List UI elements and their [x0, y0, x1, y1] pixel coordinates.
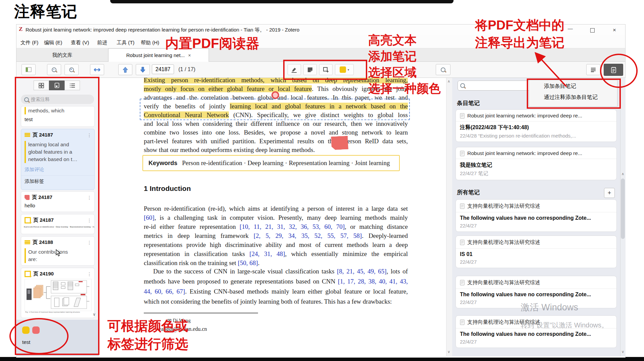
highlight-annotation[interactable]: mostly only focus on either global featu… — [144, 85, 312, 92]
menu-view[interactable]: 查看 (V) — [71, 40, 89, 46]
menu-help[interactable]: 帮助 (H) — [141, 40, 159, 46]
zoom-out-icon: − — [52, 67, 56, 72]
zoom-out-button[interactable]: − — [47, 64, 61, 75]
scroll-down-icon[interactable]: ∨ — [621, 350, 624, 354]
note-parent-title: Robust joint learning network: improved … — [467, 113, 582, 119]
note-card[interactable]: 支持向量机理论与算法研究综述 The following values have… — [456, 199, 617, 232]
windows-watermark: 激活 Windows — [521, 301, 578, 313]
note-meta: 22/4/27 — [456, 338, 616, 348]
note-doc-icon — [460, 151, 465, 156]
tab-my-library[interactable]: 我的文库 — [16, 48, 108, 62]
menu-tools[interactable]: 工具 (T) — [117, 40, 134, 46]
pdf-text-line: re-id either feature representation [10,… — [144, 222, 408, 231]
maximize-button[interactable] — [590, 28, 595, 33]
zotero-logo: Z — [19, 26, 23, 33]
pdf-text-line: Due to the success of CNN in large-scale… — [144, 266, 408, 276]
note-card[interactable]: Robust joint learning network: improved … — [456, 147, 617, 180]
close-button[interactable]: × — [613, 27, 616, 34]
section-heading: 1 Introduction — [144, 185, 191, 193]
pdf-text-line: [60], is a challenging task in computer … — [144, 213, 408, 222]
citation-link[interactable]: [60] — [144, 214, 155, 221]
citation-link[interactable]: 44, 60, 66, 67] — [144, 288, 185, 295]
scroll-up-icon[interactable]: ∧ — [621, 172, 624, 176]
note-doc-icon — [460, 240, 465, 245]
note-parent-title: 支持向量机理论与算法研究综述 — [467, 203, 540, 210]
fit-width-button[interactable] — [90, 64, 104, 75]
citation-link[interactable]: [50, 68] — [238, 259, 258, 266]
notes-panel: 添加条目笔记 通过注释添加条目笔记 条目笔记 Robust joint lear… — [452, 78, 626, 356]
tutorial-box-sidebar — [15, 77, 99, 355]
tab-reader-label: Robust joint learning net... — [126, 52, 185, 58]
sidebar-icon — [26, 67, 32, 72]
tutorial-arrow — [524, 47, 578, 91]
pdf-text-line: part-level features with unified partiti… — [144, 137, 408, 146]
note-doc-icon — [460, 203, 465, 209]
lines-icon — [591, 67, 596, 72]
scroll-up-icon[interactable]: ∧ — [447, 79, 450, 84]
pdf-paragraph: Due to the success of CNN in large-scale… — [144, 266, 408, 307]
arrow-up-icon — [123, 67, 128, 73]
pdf-page-view[interactable]: Existing person re-identification method… — [99, 78, 446, 356]
tutorial-label-builtin-reader: 内置PDF阅读器 — [165, 34, 259, 53]
citation-link[interactable]: [1, 17, 28, 38, 40, 41, 43, — [338, 278, 408, 285]
citation-link[interactable]: [24, 31, 48] — [250, 250, 285, 257]
menu-forward[interactable]: 前进 — [97, 40, 107, 46]
annotations-view-button[interactable] — [586, 64, 600, 75]
minimize-button[interactable]: — — [568, 25, 573, 31]
window-title: Robust joint learning network: improved … — [26, 27, 299, 33]
note-title: The following values have no correspondi… — [456, 289, 616, 298]
note-doc-icon — [460, 319, 465, 325]
page-title: 注释笔记 — [14, 1, 77, 22]
pdf-paragraph: Person re-identification (re-id), which … — [144, 204, 408, 267]
note-card[interactable]: 支持向量机理论与算法研究综述 The following values have… — [456, 315, 617, 348]
note-title: The following values have no correspondi… — [456, 212, 616, 222]
windows-watermark-line2: 转到“设置”以激活 Windows。 — [521, 321, 608, 330]
note-parent-title: 支持向量机理论与算法研究综述 — [467, 239, 540, 246]
citation-link[interactable]: [10, 11, 21, 31, 32, 36, 53, 60, 70] — [240, 223, 345, 230]
keywords-text: Person re-identification · Deep learning… — [182, 159, 390, 167]
pdf-scrollbar[interactable]: ∧ ∨ — [446, 78, 452, 356]
menu-edit[interactable]: 编辑 (E) — [44, 40, 62, 46]
keywords-box: Keywords Person re-identification · Deep… — [142, 155, 400, 171]
toggle-sidebar-button[interactable] — [22, 64, 36, 75]
note-title: IS 01 — [456, 249, 616, 258]
next-page-button[interactable] — [136, 64, 150, 75]
previous-page-button[interactable] — [118, 64, 132, 75]
tutorial-label-filter-line1: 可根据颜色或 — [108, 317, 188, 335]
add-note-button[interactable]: + — [604, 188, 615, 198]
citation-link[interactable]: [2, 5, 29, 34, 35, 52, 55, 57, 58] — [254, 232, 362, 239]
pdf-text-line: 44, 60, 66, 67]. Existing CNN-based meth… — [144, 287, 408, 297]
notes-search-input[interactable] — [458, 81, 530, 91]
notes-scrollbar-thumb[interactable] — [621, 178, 625, 239]
scroll-down-icon[interactable]: ∨ — [447, 350, 450, 354]
pdf-text-line: Person re-identification (re-id), which … — [144, 204, 408, 213]
find-in-document-button[interactable] — [436, 64, 450, 75]
annotation-dot-marker[interactable] — [271, 91, 279, 99]
note-meta: 22/4/28 “Existing person re-identificati… — [456, 132, 616, 142]
citation-link[interactable]: [8, 21, 45, 49, 65] — [337, 268, 387, 275]
note-doc-icon — [460, 113, 465, 119]
tutorial-box-annotation-tools — [283, 60, 367, 80]
tutorial-label-export-line1: 将PDF文档中的 — [475, 17, 564, 34]
tutorial-circle-notes-button — [600, 54, 638, 88]
note-card[interactable]: 支持向量机理论与算法研究综述 IS 01 22/4/27 — [456, 236, 617, 268]
page-number-input[interactable] — [152, 64, 174, 74]
tab-close-icon[interactable]: × — [188, 53, 191, 58]
note-parent-title: Robust joint learning network: improved … — [467, 150, 582, 156]
note-doc-icon — [460, 280, 465, 286]
menu-file[interactable]: 文件 (F) — [20, 40, 38, 46]
pdf-text-line: classification risk on the training set … — [144, 258, 408, 267]
note-meta: 22/4/27 笔记 — [456, 169, 616, 180]
search-icon — [441, 67, 445, 72]
all-notes-header: 所有笔记 — [457, 189, 480, 196]
sticky-note-annotation[interactable] — [331, 136, 348, 150]
pdf-text-line: show that our method outperforms existin… — [144, 146, 408, 154]
arrow-down-icon — [140, 67, 145, 73]
note-card[interactable]: Robust joint learning network: improved … — [456, 109, 617, 142]
zoom-in-button[interactable]: + — [65, 64, 79, 75]
item-notes-header: 条目笔记 — [457, 99, 480, 107]
tutorial-label-highlight: 高亮文本 — [368, 32, 417, 49]
tutorial-label-pick-color: 选择一种颜色 — [368, 81, 441, 97]
footnote-divider — [144, 313, 258, 313]
tutorial-circle-filter — [9, 318, 69, 354]
